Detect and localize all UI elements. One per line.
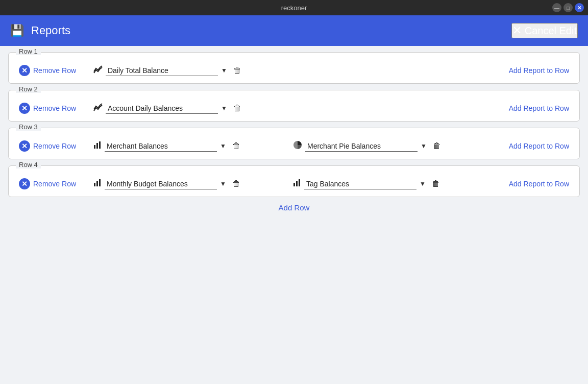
- add-report-row-3-button[interactable]: Add Report to Row: [493, 142, 569, 150]
- remove-row-3-label: Remove Row: [33, 142, 76, 150]
- row-4-report-1-wrap: Monthly Budget Balances Merchant Balance…: [93, 178, 285, 189]
- bar-chart-icon-4b: [293, 179, 301, 189]
- row-4-inner: ✕ Remove Row Monthly Budget Balances Mer…: [9, 166, 579, 189]
- cancel-edit-button[interactable]: ✕ Cancel Edit: [511, 23, 578, 38]
- row-1-inner: ✕ Remove Row Daily Total Balance Account…: [9, 53, 579, 76]
- row-1-container: Row 1 ✕ Remove Row Daily Total Balance A…: [8, 52, 580, 84]
- row-3-container: Row 3 ✕ Remove Row Merchant Balances Dai…: [8, 128, 580, 159]
- maximize-button[interactable]: □: [564, 3, 573, 12]
- row-3-report-2-delete[interactable]: 🗑: [430, 140, 444, 152]
- row-2-report-1-select[interactable]: Account Daily Balances Daily Total Balan…: [106, 103, 218, 114]
- minimize-button[interactable]: —: [552, 3, 561, 12]
- remove-row-1-button[interactable]: ✕ Remove Row: [19, 65, 85, 76]
- svg-rect-2: [99, 141, 101, 149]
- row-3-report-1-arrow: ▼: [220, 142, 226, 150]
- svg-rect-4: [96, 181, 98, 186]
- row-3-inner: ✕ Remove Row Merchant Balances Daily Tot…: [9, 128, 579, 152]
- add-report-row-1-button[interactable]: Add Report to Row: [493, 66, 569, 75]
- svg-rect-1: [96, 143, 98, 149]
- row-4-report-2-delete[interactable]: 🗑: [429, 178, 443, 189]
- remove-row-1-label: Remove Row: [33, 66, 76, 75]
- add-row-button[interactable]: Add Row: [279, 203, 310, 212]
- row-3-report-1-wrap: Merchant Balances Daily Total Balance Mo…: [93, 140, 285, 152]
- add-report-row-2-button[interactable]: Add Report to Row: [493, 104, 569, 112]
- remove-row-2-button[interactable]: ✕ Remove Row: [19, 103, 85, 114]
- svg-rect-6: [293, 183, 295, 186]
- cancel-edit-label: Cancel Edit: [525, 25, 577, 37]
- row-1-report-1-wrap: Daily Total Balance Account Daily Balanc…: [93, 65, 484, 76]
- row-1-report-1-delete[interactable]: 🗑: [230, 65, 244, 76]
- remove-row-2-label: Remove Row: [33, 104, 76, 112]
- remove-row-4-button[interactable]: ✕ Remove Row: [19, 178, 85, 189]
- row-2-report-1-delete[interactable]: 🗑: [230, 103, 244, 114]
- close-button[interactable]: ✕: [575, 3, 584, 12]
- row-2-inner: ✕ Remove Row Account Daily Balances Dail…: [9, 90, 579, 114]
- row-2-label: Row 2: [16, 85, 41, 93]
- titlebar-controls: — □ ✕: [552, 3, 584, 12]
- cancel-x-icon: ✕: [512, 24, 522, 37]
- main-content: Row 1 ✕ Remove Row Daily Total Balance A…: [0, 46, 588, 384]
- row-2-report-1-arrow: ▼: [221, 105, 227, 112]
- row-3-label: Row 3: [16, 123, 41, 131]
- remove-row-4-label: Remove Row: [33, 180, 76, 188]
- row-1-label: Row 1: [16, 47, 41, 55]
- row-4-container: Row 4 ✕ Remove Row Monthly Budget Balanc…: [8, 165, 580, 197]
- header-left: 💾 Reports: [10, 24, 70, 37]
- svg-rect-8: [299, 179, 300, 186]
- row-4-report-1-arrow: ▼: [220, 180, 226, 187]
- remove-row-4-icon: ✕: [19, 178, 30, 189]
- save-icon: 💾: [10, 24, 24, 37]
- remove-row-2-icon: ✕: [19, 103, 30, 114]
- row-1-report-1-arrow: ▼: [221, 67, 227, 74]
- remove-row-3-button[interactable]: ✕ Remove Row: [19, 140, 85, 152]
- row-3-report-2-wrap: Merchant Pie Balances Tag Balances ▼ 🗑: [293, 140, 484, 152]
- svg-rect-5: [99, 179, 101, 186]
- row-4-report-2-select[interactable]: Tag Balances Merchant Balances: [304, 179, 416, 189]
- row-3-report-1-delete[interactable]: 🗑: [229, 140, 243, 152]
- line-chart-icon-2: [93, 103, 103, 113]
- add-report-row-4-button[interactable]: Add Report to Row: [493, 180, 569, 188]
- line-chart-icon-1: [93, 65, 103, 76]
- row-4-report-2-arrow: ▼: [420, 180, 426, 187]
- titlebar: reckoner — □ ✕: [0, 0, 588, 15]
- row-3-report-1-select[interactable]: Merchant Balances Daily Total Balance Mo…: [105, 141, 217, 152]
- row-3-report-2-select[interactable]: Merchant Pie Balances Tag Balances: [305, 141, 418, 152]
- add-row-wrap: Add Row: [8, 203, 580, 212]
- titlebar-title: reckoner: [281, 4, 307, 12]
- app-header: 💾 Reports ✕ Cancel Edit: [0, 15, 588, 46]
- svg-rect-3: [94, 183, 95, 186]
- row-1-report-1-select[interactable]: Daily Total Balance Account Daily Balanc…: [106, 65, 218, 76]
- remove-row-3-icon: ✕: [19, 140, 30, 152]
- bar-chart-icon-4a: [93, 179, 102, 189]
- row-2-container: Row 2 ✕ Remove Row Account Daily Balance…: [8, 90, 580, 122]
- row-2-report-1-wrap: Account Daily Balances Daily Total Balan…: [93, 103, 484, 114]
- pie-chart-icon-3b: [293, 140, 302, 152]
- row-3-report-2-arrow: ▼: [421, 142, 427, 150]
- bar-chart-icon-3a: [93, 141, 102, 151]
- svg-rect-0: [94, 145, 95, 149]
- row-4-report-1-delete[interactable]: 🗑: [229, 178, 243, 189]
- row-4-label: Row 4: [16, 161, 41, 169]
- row-4-report-1-select[interactable]: Monthly Budget Balances Merchant Balance…: [105, 179, 217, 189]
- svg-rect-7: [296, 181, 298, 186]
- page-title: Reports: [31, 24, 70, 37]
- row-4-report-2-wrap: Tag Balances Merchant Balances ▼ 🗑: [293, 178, 484, 189]
- remove-row-1-icon: ✕: [19, 65, 30, 76]
